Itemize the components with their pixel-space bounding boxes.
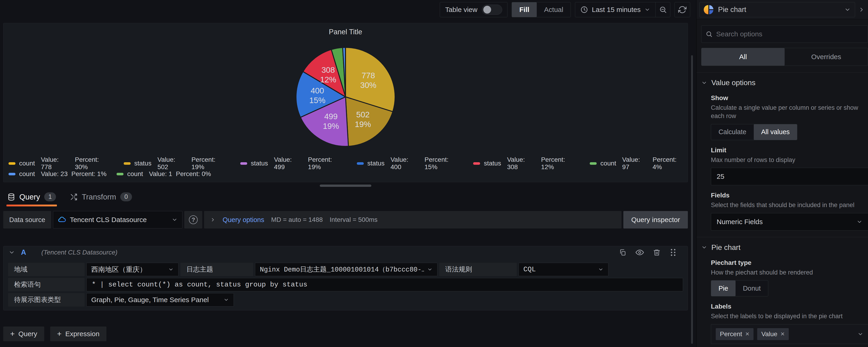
legend-series-name: status	[484, 160, 501, 167]
fields-select[interactable]: Numeric Fields	[711, 213, 868, 231]
vertical-scrollbar[interactable]	[691, 55, 693, 344]
options-panel: Pie chart All Overrides Value options Sh…	[696, 0, 868, 347]
piechart-type-field: Piechart type How the piechart should be…	[711, 259, 868, 297]
add-expression-button[interactable]: Expression	[50, 326, 106, 341]
transform-count-badge: 0	[120, 193, 132, 201]
trash-icon[interactable]	[653, 249, 660, 256]
query-card-header[interactable]: A (Tencent CLS Datasource)	[3, 246, 688, 258]
duplicate-icon[interactable]	[619, 249, 626, 256]
panel-preview: Panel Title 77830%50219%49919%40015%3081…	[3, 23, 688, 182]
help-icon	[189, 215, 198, 224]
tab-overrides[interactable]: Overrides	[785, 48, 868, 66]
options-tab-group: All Overrides	[701, 48, 868, 66]
collapse-pane-button[interactable]	[855, 2, 868, 17]
label-chip-value[interactable]: Value	[757, 328, 789, 340]
legend-item[interactable]: countValue: 778Percent: 30%	[8, 156, 114, 171]
horizontal-scrollbar[interactable]	[320, 184, 371, 187]
plus-icon	[57, 330, 62, 338]
pie-option[interactable]: Pie	[711, 280, 736, 296]
legend-item[interactable]: countValue: 97Percent: 4%	[590, 156, 688, 171]
query-options-bar: Query options MD = auto = 1488 Interval …	[204, 211, 621, 229]
legend-item[interactable]: countValue: 23Percent: 1%	[8, 170, 106, 178]
editor-tabs: Query 1 Transform 0	[6, 191, 688, 206]
remove-icon[interactable]	[745, 331, 750, 338]
time-range-button[interactable]: Last 15 minutes	[575, 2, 655, 17]
label-chip-percent[interactable]: Percent	[716, 328, 753, 340]
limit-label: Limit	[711, 147, 868, 154]
refresh-button[interactable]	[675, 2, 690, 17]
legend-value: Value: 502	[157, 156, 188, 171]
query-options-link[interactable]: Query options	[222, 216, 264, 224]
fill-button[interactable]: Fill	[512, 2, 536, 17]
calculate-option[interactable]: Calculate	[711, 124, 754, 140]
legend-swatch	[590, 162, 597, 165]
show-label: Show	[711, 94, 868, 102]
topic-select[interactable]: Nginx Demo日志主题_100001001014（b7bccc80-…	[255, 263, 437, 276]
legend-percent: Percent: 12%	[541, 156, 580, 171]
drag-handle-icon[interactable]	[670, 248, 677, 256]
add-query-button[interactable]: Query	[3, 326, 44, 341]
panel-type-select[interactable]: Pie chart	[700, 2, 855, 17]
fill-actual-group: Fill Actual	[512, 2, 571, 17]
region-select[interactable]: 西南地区（重庆）	[86, 263, 179, 276]
legend-item[interactable]: statusValue: 502Percent: 19%	[124, 156, 230, 171]
datasource-help-button[interactable]	[184, 211, 202, 229]
query-row-1: 地域 西南地区（重庆） 日志主题 Nginx Demo日志主题_10000100…	[8, 263, 683, 276]
legend-swatch	[117, 173, 123, 175]
region-label: 地域	[8, 263, 85, 276]
chart-type-select[interactable]: Graph, Pie, Gauge, Time Series Panel	[86, 293, 234, 307]
donut-option[interactable]: Donut	[736, 280, 768, 296]
topic-label: 日志主题	[180, 263, 253, 276]
table-view-label: Table view	[445, 6, 477, 13]
legend-item[interactable]: statusValue: 308Percent: 12%	[473, 156, 580, 171]
value-options-section-header[interactable]: Value options	[696, 72, 868, 88]
table-view-toggle[interactable]	[482, 5, 502, 15]
main-area: Table view Fill Actual Last 15 minutes P…	[0, 0, 696, 347]
legend-item[interactable]: statusValue: 400Percent: 15%	[357, 156, 463, 171]
legend-item[interactable]: statusValue: 499Percent: 19%	[240, 156, 347, 171]
datasource-row: Data source Tencent CLS Datasource Query…	[3, 211, 688, 229]
show-description: Calculate a single value per column or s…	[711, 104, 868, 120]
legend-item[interactable]: countValue: 1Percent: 0%	[117, 170, 211, 178]
pie-slice[interactable]	[345, 47, 346, 97]
chevron-down-icon	[858, 331, 863, 337]
labels-multiselect[interactable]: Percent Value	[711, 324, 868, 344]
active-tab-underline	[6, 205, 57, 206]
chevron-down-icon	[172, 217, 178, 223]
actual-button[interactable]: Actual	[537, 2, 570, 17]
chevron-down-icon	[644, 7, 650, 13]
legend-series-name: count	[19, 160, 35, 167]
options-search-input[interactable]	[716, 30, 864, 38]
legend-series-name: count	[19, 170, 35, 178]
tab-transform[interactable]: Transform 0	[69, 191, 133, 206]
search-statement-input[interactable]	[86, 278, 683, 291]
pie-chart-section-header[interactable]: Pie chart	[696, 237, 868, 253]
datasource-picker[interactable]: Tencent CLS Datasource	[53, 211, 182, 229]
zoom-out-icon	[659, 6, 667, 13]
chevron-right-icon	[858, 6, 865, 13]
legend-value: Value: 400	[391, 156, 421, 171]
legend-swatch	[8, 162, 16, 165]
fields-field: Fields Select the fields that should be …	[711, 192, 868, 230]
zoom-out-button[interactable]	[655, 2, 670, 17]
limit-input[interactable]	[711, 168, 868, 185]
max-datapoints-text: MD = auto = 1488	[271, 216, 323, 223]
syntax-select[interactable]: CQL	[519, 263, 609, 276]
datasource-value: Tencent CLS Datasource	[70, 216, 168, 224]
tab-all[interactable]: All	[702, 48, 785, 66]
all-values-option[interactable]: All values	[754, 124, 797, 140]
query-card-body: 地域 西南地区（重庆） 日志主题 Nginx Demo日志主题_10000100…	[3, 258, 688, 310]
query-datasource-note: (Tencent CLS Datasource)	[41, 249, 117, 256]
chevron-down-icon	[223, 297, 229, 303]
syntax-label: 语法规则	[439, 263, 517, 276]
query-editor-card: A (Tencent CLS Datasource) 地域 西南地区（重庆） 日	[3, 246, 688, 310]
legend-value: Value: 23	[41, 170, 68, 178]
chevron-down-icon	[598, 267, 603, 272]
eye-icon[interactable]	[636, 248, 644, 256]
query-inspector-button[interactable]: Query inspector	[623, 211, 688, 229]
limit-description: Max number of rows to display	[711, 156, 868, 164]
legend-swatch	[8, 173, 16, 175]
legend-percent: Percent: 19%	[308, 156, 347, 171]
remove-icon[interactable]	[781, 331, 785, 338]
tab-query[interactable]: Query 1	[6, 191, 57, 206]
